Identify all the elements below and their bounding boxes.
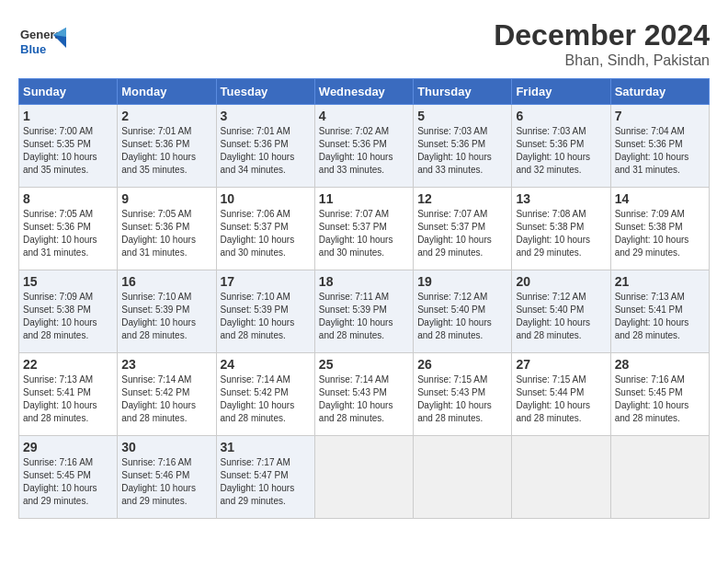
day-info-20: Sunrise: 7:12 AM Sunset: 5:40 PM Dayligh… <box>516 291 606 342</box>
day-number-11: 11 <box>319 191 409 206</box>
calendar-day-18: 18Sunrise: 7:11 AM Sunset: 5:39 PM Dayli… <box>314 270 413 353</box>
day-info-13: Sunrise: 7:08 AM Sunset: 5:38 PM Dayligh… <box>516 208 606 259</box>
day-number-7: 7 <box>615 109 705 123</box>
day-info-2: Sunrise: 7:01 AM Sunset: 5:36 PM Dayligh… <box>121 125 211 177</box>
calendar-day-7: 7Sunrise: 7:04 AM Sunset: 5:36 PM Daylig… <box>610 105 709 188</box>
day-info-21: Sunrise: 7:13 AM Sunset: 5:41 PM Dayligh… <box>615 291 705 342</box>
calendar-body: 1Sunrise: 7:00 AM Sunset: 5:35 PM Daylig… <box>19 105 710 519</box>
day-info-30: Sunrise: 7:16 AM Sunset: 5:46 PM Dayligh… <box>121 456 211 508</box>
calendar-empty-cell <box>512 436 610 519</box>
day-info-24: Sunrise: 7:14 AM Sunset: 5:42 PM Dayligh… <box>221 373 311 425</box>
calendar-day-27: 27Sunrise: 7:15 AM Sunset: 5:44 PM Dayli… <box>512 353 610 436</box>
weekday-header-sunday: Sunday <box>19 79 118 105</box>
logo-icon: General Blue <box>18 18 69 69</box>
calendar-day-14: 14Sunrise: 7:09 AM Sunset: 5:38 PM Dayli… <box>610 188 709 270</box>
calendar-day-17: 17Sunrise: 7:10 AM Sunset: 5:39 PM Dayli… <box>216 270 314 353</box>
page-subtitle: Bhan, Sindh, Pakistan <box>494 52 710 69</box>
day-number-1: 1 <box>23 109 113 123</box>
day-number-28: 28 <box>615 357 705 372</box>
calendar-week-2: 8Sunrise: 7:05 AM Sunset: 5:36 PM Daylig… <box>19 188 710 270</box>
calendar-day-4: 4Sunrise: 7:02 AM Sunset: 5:36 PM Daylig… <box>314 105 413 188</box>
calendar-day-11: 11Sunrise: 7:07 AM Sunset: 5:37 PM Dayli… <box>314 188 413 270</box>
day-info-26: Sunrise: 7:15 AM Sunset: 5:43 PM Dayligh… <box>417 373 507 425</box>
weekday-header-friday: Friday <box>512 79 610 105</box>
calendar-day-9: 9Sunrise: 7:05 AM Sunset: 5:36 PM Daylig… <box>118 188 216 270</box>
calendar-day-22: 22Sunrise: 7:13 AM Sunset: 5:41 PM Dayli… <box>19 353 118 436</box>
day-info-15: Sunrise: 7:09 AM Sunset: 5:38 PM Dayligh… <box>23 291 113 342</box>
calendar-day-2: 2Sunrise: 7:01 AM Sunset: 5:36 PM Daylig… <box>118 105 216 188</box>
calendar-day-5: 5Sunrise: 7:03 AM Sunset: 5:36 PM Daylig… <box>414 105 512 188</box>
weekday-header-monday: Monday <box>118 79 216 105</box>
day-number-19: 19 <box>417 274 507 289</box>
day-number-5: 5 <box>417 109 507 123</box>
weekday-header-tuesday: Tuesday <box>216 79 314 105</box>
weekday-header-wednesday: Wednesday <box>314 79 413 105</box>
day-number-16: 16 <box>121 274 211 289</box>
day-info-19: Sunrise: 7:12 AM Sunset: 5:40 PM Dayligh… <box>417 291 507 342</box>
calendar-day-16: 16Sunrise: 7:10 AM Sunset: 5:39 PM Dayli… <box>118 270 216 353</box>
calendar-day-19: 19Sunrise: 7:12 AM Sunset: 5:40 PM Dayli… <box>414 270 512 353</box>
calendar-day-20: 20Sunrise: 7:12 AM Sunset: 5:40 PM Dayli… <box>512 270 610 353</box>
calendar-header: SundayMondayTuesdayWednesdayThursdayFrid… <box>19 79 710 105</box>
calendar-day-3: 3Sunrise: 7:01 AM Sunset: 5:36 PM Daylig… <box>216 105 314 188</box>
day-info-22: Sunrise: 7:13 AM Sunset: 5:41 PM Dayligh… <box>23 373 113 425</box>
day-info-16: Sunrise: 7:10 AM Sunset: 5:39 PM Dayligh… <box>121 291 211 342</box>
svg-text:Blue: Blue <box>20 42 46 56</box>
day-number-22: 22 <box>23 357 113 372</box>
day-info-14: Sunrise: 7:09 AM Sunset: 5:38 PM Dayligh… <box>615 208 705 259</box>
day-number-10: 10 <box>221 191 311 206</box>
calendar-day-31: 31Sunrise: 7:17 AM Sunset: 5:47 PM Dayli… <box>216 436 314 519</box>
weekday-header-saturday: Saturday <box>610 79 709 105</box>
day-number-23: 23 <box>121 357 211 372</box>
calendar-day-10: 10Sunrise: 7:06 AM Sunset: 5:37 PM Dayli… <box>216 188 314 270</box>
calendar-day-13: 13Sunrise: 7:08 AM Sunset: 5:38 PM Dayli… <box>512 188 610 270</box>
day-info-23: Sunrise: 7:14 AM Sunset: 5:42 PM Dayligh… <box>121 373 211 425</box>
calendar-day-25: 25Sunrise: 7:14 AM Sunset: 5:43 PM Dayli… <box>314 353 413 436</box>
calendar-week-4: 22Sunrise: 7:13 AM Sunset: 5:41 PM Dayli… <box>19 353 710 436</box>
calendar-day-8: 8Sunrise: 7:05 AM Sunset: 5:36 PM Daylig… <box>19 188 118 270</box>
day-info-7: Sunrise: 7:04 AM Sunset: 5:36 PM Dayligh… <box>615 125 705 177</box>
day-number-4: 4 <box>319 109 409 123</box>
day-number-15: 15 <box>23 274 113 289</box>
calendar-empty-cell <box>314 436 413 519</box>
day-info-28: Sunrise: 7:16 AM Sunset: 5:45 PM Dayligh… <box>615 373 705 425</box>
day-info-17: Sunrise: 7:10 AM Sunset: 5:39 PM Dayligh… <box>221 291 311 342</box>
day-info-11: Sunrise: 7:07 AM Sunset: 5:37 PM Dayligh… <box>319 208 409 259</box>
day-number-8: 8 <box>23 191 113 206</box>
calendar-day-23: 23Sunrise: 7:14 AM Sunset: 5:42 PM Dayli… <box>118 353 216 436</box>
day-info-29: Sunrise: 7:16 AM Sunset: 5:45 PM Dayligh… <box>23 456 113 508</box>
day-number-21: 21 <box>615 274 705 289</box>
day-info-18: Sunrise: 7:11 AM Sunset: 5:39 PM Dayligh… <box>319 291 409 342</box>
day-number-18: 18 <box>319 274 409 289</box>
calendar-day-15: 15Sunrise: 7:09 AM Sunset: 5:38 PM Dayli… <box>19 270 118 353</box>
calendar-week-1: 1Sunrise: 7:00 AM Sunset: 5:35 PM Daylig… <box>19 105 710 188</box>
calendar-empty-cell <box>414 436 512 519</box>
day-info-9: Sunrise: 7:05 AM Sunset: 5:36 PM Dayligh… <box>121 208 211 259</box>
weekday-header-row: SundayMondayTuesdayWednesdayThursdayFrid… <box>19 79 710 105</box>
calendar-day-26: 26Sunrise: 7:15 AM Sunset: 5:43 PM Dayli… <box>414 353 512 436</box>
day-number-30: 30 <box>121 440 211 454</box>
day-number-29: 29 <box>23 440 113 454</box>
day-number-27: 27 <box>516 357 606 372</box>
calendar-day-29: 29Sunrise: 7:16 AM Sunset: 5:45 PM Dayli… <box>19 436 118 519</box>
calendar-day-30: 30Sunrise: 7:16 AM Sunset: 5:46 PM Dayli… <box>118 436 216 519</box>
day-info-4: Sunrise: 7:02 AM Sunset: 5:36 PM Dayligh… <box>319 125 409 177</box>
day-info-31: Sunrise: 7:17 AM Sunset: 5:47 PM Dayligh… <box>221 456 311 508</box>
calendar-week-3: 15Sunrise: 7:09 AM Sunset: 5:38 PM Dayli… <box>19 270 710 353</box>
day-number-9: 9 <box>121 191 211 206</box>
day-info-25: Sunrise: 7:14 AM Sunset: 5:43 PM Dayligh… <box>319 373 409 425</box>
day-number-13: 13 <box>516 191 606 206</box>
day-number-26: 26 <box>417 357 507 372</box>
day-info-1: Sunrise: 7:00 AM Sunset: 5:35 PM Dayligh… <box>23 125 113 177</box>
page-title: December 2024 <box>494 18 710 52</box>
day-info-10: Sunrise: 7:06 AM Sunset: 5:37 PM Dayligh… <box>221 208 311 259</box>
weekday-header-thursday: Thursday <box>414 79 512 105</box>
day-number-2: 2 <box>121 109 211 123</box>
day-info-8: Sunrise: 7:05 AM Sunset: 5:36 PM Dayligh… <box>23 208 113 259</box>
day-info-5: Sunrise: 7:03 AM Sunset: 5:36 PM Dayligh… <box>417 125 507 177</box>
calendar-table: SundayMondayTuesdayWednesdayThursdayFrid… <box>18 78 710 519</box>
calendar-day-1: 1Sunrise: 7:00 AM Sunset: 5:35 PM Daylig… <box>19 105 118 188</box>
day-number-3: 3 <box>221 109 311 123</box>
day-number-17: 17 <box>221 274 311 289</box>
day-info-3: Sunrise: 7:01 AM Sunset: 5:36 PM Dayligh… <box>221 125 311 177</box>
